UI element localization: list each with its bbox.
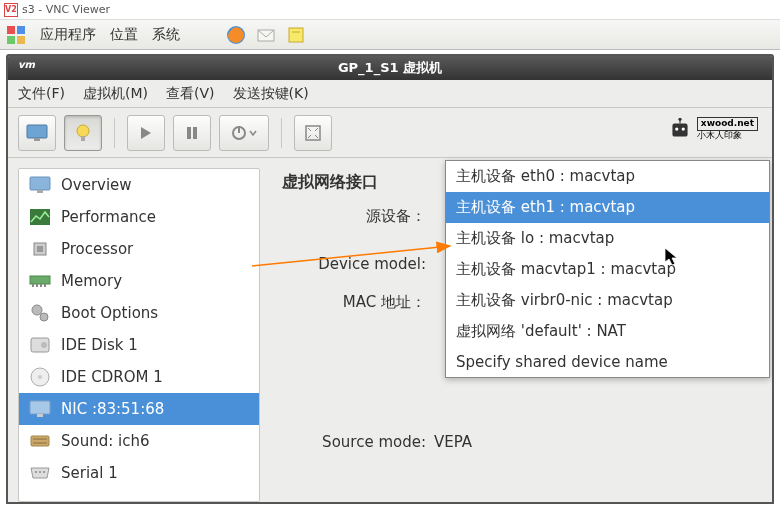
- apps-menu-icon: [6, 25, 26, 45]
- sidebar-item-label: Boot Options: [61, 304, 158, 322]
- monitor-icon: [26, 124, 48, 142]
- svg-rect-3: [17, 36, 25, 44]
- svg-rect-38: [30, 401, 50, 414]
- sidebar-item-memory[interactable]: Memory: [19, 265, 259, 297]
- sidebar-item-label: IDE CDROM 1: [61, 368, 163, 386]
- bulb-icon: [73, 123, 93, 143]
- svg-rect-0: [7, 26, 15, 34]
- svg-point-33: [40, 313, 48, 321]
- svg-point-43: [35, 471, 37, 473]
- details-button[interactable]: [64, 115, 102, 151]
- sidebar-item-sound[interactable]: Sound: ich6: [19, 425, 259, 457]
- label-device-model: Device model:: [282, 255, 434, 273]
- dropdown-option[interactable]: Specify shared device name: [446, 347, 769, 377]
- detail-pane: 虚拟网络接口 源设备： Device model: MAC 地址： Source…: [268, 158, 772, 502]
- svg-point-19: [681, 127, 684, 130]
- gnome-panel: 应用程序 位置 系统: [0, 20, 780, 50]
- dropdown-option[interactable]: 虚拟网络 'default' : NAT: [446, 316, 769, 347]
- host-title: s3 - VNC Viewer: [22, 3, 110, 16]
- svg-rect-24: [30, 209, 50, 225]
- svg-rect-26: [37, 246, 43, 252]
- notes-icon[interactable]: [286, 25, 306, 45]
- disk-icon: [29, 334, 51, 356]
- firefox-icon[interactable]: [226, 25, 246, 45]
- svg-rect-6: [289, 28, 303, 42]
- console-button[interactable]: [18, 115, 56, 151]
- svg-rect-28: [32, 284, 34, 287]
- value-source-mode: VEPA: [434, 433, 472, 451]
- dropdown-option[interactable]: 主机设备 macvtap1 : macvtap: [446, 254, 769, 285]
- sound-icon: [29, 430, 51, 452]
- svg-rect-1: [17, 26, 25, 34]
- chevron-down-icon: [249, 130, 257, 136]
- svg-point-44: [39, 471, 41, 473]
- sidebar-item-processor[interactable]: Processor: [19, 233, 259, 265]
- svg-rect-29: [36, 284, 38, 287]
- hardware-list[interactable]: Overview Performance Processor Memory Bo…: [18, 168, 260, 502]
- svg-point-37: [38, 375, 42, 379]
- sidebar-item-label: Sound: ich6: [61, 432, 150, 450]
- svg-rect-13: [193, 127, 197, 139]
- pause-button[interactable]: [173, 115, 211, 151]
- dropdown-option[interactable]: 主机设备 virbr0-nic : macvtap: [446, 285, 769, 316]
- run-button[interactable]: [127, 115, 165, 151]
- sidebar-item-performance[interactable]: Performance: [19, 201, 259, 233]
- brand-bottom: 小木人印象: [697, 131, 758, 141]
- cdrom-icon: [29, 366, 51, 388]
- svg-point-21: [678, 118, 681, 121]
- svg-rect-12: [187, 127, 191, 139]
- vm-titlebar: vm GP_1_S1 虚拟机: [8, 56, 772, 80]
- sidebar-item-label: Performance: [61, 208, 156, 226]
- svg-point-32: [32, 305, 42, 315]
- fullscreen-button[interactable]: [294, 115, 332, 151]
- menu-view[interactable]: 查看(V): [166, 85, 215, 103]
- sidebar-item-label: Processor: [61, 240, 133, 258]
- vm-title: GP_1_S1 虚拟机: [338, 59, 442, 77]
- sidebar-item-overview[interactable]: Overview: [19, 169, 259, 201]
- shutdown-button[interactable]: [219, 115, 269, 151]
- svg-rect-30: [40, 284, 42, 287]
- svg-rect-22: [30, 177, 50, 190]
- menu-system[interactable]: 系统: [152, 26, 180, 44]
- svg-point-35: [41, 342, 47, 348]
- dropdown-option[interactable]: 主机设备 eth1 : macvtap: [446, 192, 769, 223]
- sidebar-item-serial[interactable]: Serial 1: [19, 457, 259, 489]
- label-source-mode: Source mode:: [282, 433, 434, 451]
- menu-applications[interactable]: 应用程序: [40, 26, 96, 44]
- vm-toolbar: xwood.net 小木人印象: [8, 108, 772, 158]
- play-icon: [139, 126, 153, 140]
- power-icon: [231, 125, 247, 141]
- vm-menubar: 文件(F) 虚拟机(M) 查看(V) 发送按键(K): [8, 80, 772, 108]
- svg-rect-17: [672, 124, 687, 137]
- dropdown-option[interactable]: 主机设备 eth0 : macvtap: [446, 161, 769, 192]
- sidebar-item-cdrom[interactable]: IDE CDROM 1: [19, 361, 259, 393]
- menu-file[interactable]: 文件(F): [18, 85, 65, 103]
- dropdown-option[interactable]: 主机设备 lo : macvtap: [446, 223, 769, 254]
- serial-icon: [29, 462, 51, 484]
- row-source-mode: Source mode: VEPA: [282, 427, 762, 457]
- sidebar-item-label: Memory: [61, 272, 122, 290]
- mail-icon[interactable]: [256, 25, 276, 45]
- svg-rect-23: [37, 190, 43, 193]
- nic-icon: [29, 398, 51, 420]
- memory-icon: [29, 270, 51, 292]
- menu-vm[interactable]: 虚拟机(M): [83, 85, 148, 103]
- cpu-icon: [29, 238, 51, 260]
- vm-content: Overview Performance Processor Memory Bo…: [8, 158, 772, 502]
- svg-point-10: [77, 125, 89, 137]
- svg-rect-9: [34, 138, 40, 141]
- sidebar-item-boot[interactable]: Boot Options: [19, 297, 259, 329]
- menu-sendkey[interactable]: 发送按键(K): [233, 85, 309, 103]
- sidebar-item-disk[interactable]: IDE Disk 1: [19, 329, 259, 361]
- sidebar: Overview Performance Processor Memory Bo…: [8, 158, 268, 502]
- brand-top: xwood.net: [697, 117, 758, 131]
- vm-logo-icon: vm: [18, 59, 38, 75]
- svg-point-18: [675, 127, 678, 130]
- menu-places[interactable]: 位置: [110, 26, 138, 44]
- source-device-dropdown[interactable]: 主机设备 eth0 : macvtap 主机设备 eth1 : macvtap …: [445, 160, 770, 378]
- vnc-icon: V2: [4, 3, 18, 17]
- vm-window: vm GP_1_S1 虚拟机 文件(F) 虚拟机(M) 查看(V) 发送按键(K…: [6, 54, 774, 504]
- svg-rect-27: [30, 276, 50, 284]
- sidebar-item-label: NIC :83:51:68: [61, 400, 164, 418]
- sidebar-item-nic[interactable]: NIC :83:51:68: [19, 393, 259, 425]
